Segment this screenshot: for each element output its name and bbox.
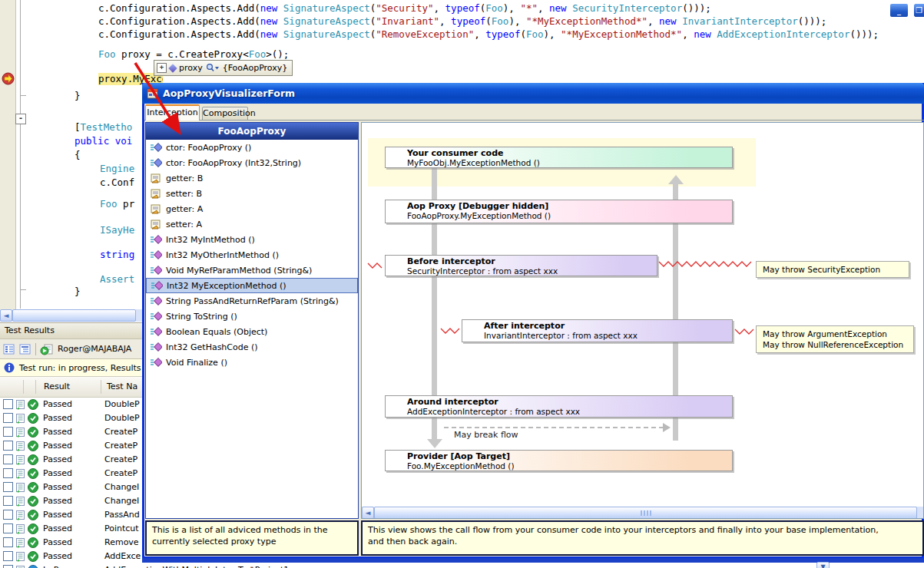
tab-composition[interactable]: Composition (202, 107, 248, 121)
maximize-button[interactable]: ❐ (913, 3, 924, 18)
diagram-info-box: This view shows the call flow from your … (361, 520, 924, 556)
down-arrowhead-icon (427, 439, 442, 448)
screenshot-root: - c.Configuration.Aspects.Add(new Signat… (0, 0, 924, 568)
scroll-down-icon[interactable]: ▼ (816, 562, 830, 568)
debugger-datatip[interactable]: + proxy {FooAopProxy} (154, 60, 293, 76)
proxy-method-list[interactable]: ctor: FooAopProxy () ctor: FooAopProxy (… (146, 140, 358, 370)
row-checkbox[interactable] (3, 468, 13, 478)
test-doc-icon (15, 496, 25, 507)
test-doc-icon (15, 565, 25, 568)
run-connection-icon[interactable] (40, 343, 54, 355)
flow-box-around-interceptor[interactable]: Around interceptor AddExceptionIntercept… (385, 395, 733, 418)
row-checkbox[interactable] (3, 537, 13, 547)
magnifier-icon[interactable] (206, 63, 220, 73)
flow-box-title: Your consumer code (407, 149, 732, 158)
editor-hscrollbar[interactable]: ◄ (0, 309, 142, 322)
method-list-item[interactable]: setter: B (146, 186, 358, 201)
test-doc-icon (15, 413, 25, 424)
method-icon (150, 311, 162, 322)
group-by-icon[interactable] (19, 343, 31, 355)
flow-box-after-interceptor[interactable]: After interceptor InvariantInterceptor :… (462, 319, 733, 342)
flow-box-aop-proxy[interactable]: Aop Proxy [Debugger hidden] FooAopProxy.… (385, 200, 733, 223)
flow-box-title: After interceptor (484, 322, 732, 331)
passed-icon (28, 537, 38, 548)
method-list-item[interactable]: getter: A (146, 201, 358, 216)
row-checkbox[interactable] (3, 399, 13, 409)
diagram-hscroll-thumb[interactable] (374, 507, 917, 519)
test-result: In Progress (43, 565, 90, 568)
row-checkbox[interactable] (3, 565, 13, 568)
scroll-left-icon[interactable]: ◄ (0, 309, 12, 322)
column-result[interactable]: Result (44, 381, 70, 391)
row-checkbox[interactable] (3, 427, 13, 437)
property-icon (150, 203, 162, 214)
test-project: TestProject1 (238, 565, 289, 568)
in-progress-icon (28, 565, 38, 568)
expand-icon[interactable]: + (157, 63, 167, 73)
flow-box-consumer[interactable]: Your consumer code MyFooObj.MyExceptionM… (385, 147, 733, 168)
flow-box-provider[interactable]: Provider [Aop Target] Foo.MyExceptionMet… (385, 450, 733, 471)
tab-interception[interactable]: Interception (145, 104, 200, 121)
breakpoint-margin[interactable] (0, 0, 16, 309)
row-checkbox[interactable] (3, 523, 13, 533)
method-list-item[interactable]: String PassAndReturnRefParam (String&) (146, 293, 358, 309)
dialog-bottom-edge (142, 558, 924, 563)
method-list-item[interactable]: ctor: FooAopProxy () (146, 140, 358, 155)
column-test-name[interactable]: Test Na (107, 381, 137, 391)
method-list-item[interactable]: Int32 MyOtherIntMethod () (146, 247, 358, 263)
row-checkbox[interactable] (3, 551, 13, 561)
method-icon (151, 280, 163, 291)
test-result: Passed (43, 482, 72, 492)
test-result: Passed (43, 413, 72, 423)
test-run-user[interactable]: Roger@MAJABAJA (58, 344, 131, 354)
method-list-item[interactable]: ctor: FooAopProxy (Int32,String) (146, 155, 358, 170)
editor-hscroll-thumb[interactable] (12, 309, 136, 322)
test-name: CreateP (104, 427, 137, 437)
test-doc-icon (15, 523, 25, 534)
method-list-item[interactable]: String ToString () (146, 309, 358, 324)
row-checkbox[interactable] (3, 496, 13, 506)
test-row-in-progress[interactable]: In Progress AddExceptionWithMultipleInte… (0, 563, 924, 568)
dialog-titlebar[interactable]: AopProxyVisualizerForm (142, 83, 924, 104)
diagram-hscrollbar[interactable]: ◄ (362, 507, 923, 519)
scroll-left-icon[interactable]: ◄ (362, 507, 374, 519)
up-arrowhead-icon (668, 175, 684, 184)
method-list-item[interactable]: Void Finalize () (146, 355, 358, 370)
method-icon (150, 234, 162, 245)
test-doc-icon (15, 551, 25, 562)
code-fold-toggle[interactable]: - (15, 114, 26, 124)
method-list-item[interactable]: Int32 MyIntMethod () (146, 232, 358, 247)
datatip-value: {FooAopProxy} (223, 63, 288, 73)
test-name: Pointcut (104, 523, 139, 533)
flow-box-before-interceptor[interactable]: Before interceptor SecurityInterceptor :… (385, 255, 657, 276)
code-fragment: string (100, 249, 134, 260)
minimize-button[interactable]: _ (889, 3, 909, 18)
test-result: Passed (43, 551, 72, 561)
method-list-item[interactable]: Boolean Equals (Object) (146, 324, 358, 339)
row-checkbox[interactable] (3, 454, 13, 464)
method-list-item[interactable]: Int32 GetHashCode () (146, 339, 358, 355)
code-line: c.Configuration.Aspects.Add(new Signatur… (98, 28, 879, 40)
method-label: ctor: FooAopProxy (Int32,String) (166, 158, 301, 168)
row-checkbox[interactable] (3, 441, 13, 451)
method-label: getter: A (166, 204, 203, 214)
test-result: Passed (43, 510, 72, 520)
flow-box-title: Around interceptor (407, 398, 732, 407)
test-name: PassAnd (104, 510, 140, 520)
row-checkbox[interactable] (3, 482, 13, 492)
row-checkbox[interactable] (3, 510, 13, 520)
row-checkbox[interactable] (3, 413, 13, 423)
test-doc-icon (15, 510, 25, 520)
method-list-item[interactable]: Int32 MyExceptionMethod () (146, 278, 358, 293)
code-line: Foo proxy = c.CreateProxy<Foo>(); (98, 48, 289, 60)
exception-note: May throw SecurityException (756, 261, 909, 278)
proxy-type-header: FooAopProxy (146, 123, 358, 140)
code-fragment: Foo pr (100, 198, 134, 210)
method-list-item[interactable]: setter: A (146, 216, 358, 232)
ctor-icon (150, 157, 162, 168)
list-view-icon[interactable] (3, 343, 15, 355)
method-list-item[interactable]: Void MyRefParamMethod (String&) (146, 263, 358, 278)
test-result: Passed (43, 537, 72, 547)
property-icon (150, 173, 162, 183)
method-list-item[interactable]: getter: B (146, 170, 358, 186)
